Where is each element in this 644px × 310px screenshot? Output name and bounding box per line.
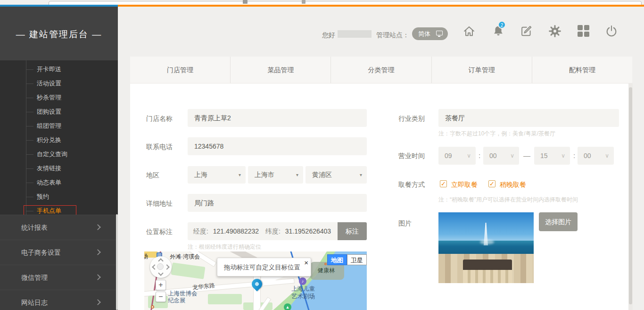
phone-label: 联系电话 <box>146 143 173 151</box>
store-name-input[interactable]: 青青原上草2 <box>188 109 367 127</box>
caret-icon: ∨ <box>510 147 514 165</box>
sidebar-item-custom-query[interactable]: 自定义查询 <box>0 147 118 161</box>
sidebar-item-seckill[interactable]: 秒杀管理 <box>0 91 118 105</box>
home-icon <box>462 25 476 38</box>
caret-down-icon: ▾ <box>296 166 298 184</box>
tab-order-mgmt[interactable]: 订单管理 <box>431 57 532 83</box>
grid-icon <box>578 25 583 30</box>
form-card: 门店名称 青青原上草2 联系电话 12345678 地区 上海 ▾ 上海市 ▾ … <box>130 84 632 310</box>
chevron-right-icon <box>95 274 101 280</box>
sidebar-item-reservation[interactable]: 预约 <box>0 190 118 204</box>
caret-icon: ∨ <box>467 147 471 165</box>
map-compass-control[interactable] <box>150 256 172 278</box>
choose-image-button[interactable]: 选择图片 <box>539 212 578 231</box>
open-minute-select[interactable]: 00∨ <box>483 147 519 165</box>
hours-label: 营业时间 <box>398 152 425 160</box>
map-info-bubble: 拖动标注可自定义目标位置 × <box>217 258 311 276</box>
map-label-clipped: 场 <box>144 252 148 260</box>
content-scrollbar-track[interactable] <box>628 84 633 310</box>
apps-grid-button[interactable] <box>578 25 591 38</box>
caret-down-icon: ▾ <box>360 166 362 184</box>
sidebar-header: — 建站管理后台 — <box>0 7 118 60</box>
close-icon[interactable]: × <box>304 259 308 267</box>
app-title: — 建站管理后台 — <box>0 28 118 41</box>
top-accent-bar-blue <box>0 5 118 7</box>
chevron-right-icon <box>95 299 101 305</box>
sidebar-section-wechat[interactable]: 微信管理 <box>0 265 118 290</box>
tab-store-mgmt[interactable]: 门店管理 <box>130 57 230 83</box>
sidebar-section-sitelog[interactable]: 网站日志 <box>0 290 118 310</box>
sidebar-item-points[interactable]: 积分兑换 <box>0 133 118 147</box>
browser-address-bar[interactable] <box>49 1 642 5</box>
pickup-later-option[interactable]: 稍晚取餐 <box>500 181 526 189</box>
manage-site-label: 管理站点： <box>376 31 409 40</box>
tab-bar: 门店管理 菜品管理 分类管理 订单管理 配料管理 <box>130 57 632 84</box>
tab-category-mgmt[interactable]: 分类管理 <box>330 57 431 83</box>
language-pill-button[interactable]: 简体 <box>412 27 448 40</box>
tab-ingredient-mgmt[interactable]: 配料管理 <box>532 57 632 83</box>
pan-up-arrow[interactable] <box>158 258 163 263</box>
district-select[interactable]: 黄浦区 ▾ <box>305 166 367 184</box>
chevron-right-icon <box>95 224 101 230</box>
sidebar-item-activity[interactable]: 活动设置 <box>0 76 118 91</box>
industry-note: 注：字数不超过10个字，例：美食/粤菜/茶餐厅 <box>438 130 555 138</box>
caret-icon: ∨ <box>561 147 565 165</box>
location-note: 注：根据经纬度进行精确定位 <box>188 243 261 251</box>
map-area-green <box>171 262 206 279</box>
city-select[interactable]: 上海市 ▾ <box>248 166 303 184</box>
pickup-now-checkbox[interactable]: ✓ <box>440 180 447 187</box>
caret-icon: ∨ <box>605 147 609 165</box>
sidebar-item-groupmgmt[interactable]: 组团管理 <box>0 119 118 133</box>
phone-input[interactable]: 12345678 <box>188 137 367 155</box>
sidebar-section-ecommerce[interactable]: 电子商务设置 <box>0 240 118 265</box>
park-poi-icon: ▲ <box>284 303 291 310</box>
home-button[interactable] <box>462 25 476 38</box>
location-label: 位置标注 <box>146 228 173 236</box>
store-photo <box>438 212 534 283</box>
close-hour-select[interactable]: 15∨ <box>534 147 570 165</box>
map-area-green <box>208 294 242 304</box>
map-label-bund: 外滩·湾璞会 <box>170 253 200 261</box>
industry-label: 行业类别 <box>398 115 425 123</box>
logout-button[interactable] <box>605 25 618 38</box>
map-canvas[interactable]: 场 田 外滩·湾璞会 龙华东路 ▣ 上海世博会 纪念展 ▲ ♪ 上海儿童 艺术剧… <box>144 251 367 310</box>
edit-button[interactable] <box>520 25 533 38</box>
monitor-icon <box>436 31 443 35</box>
settings-button[interactable] <box>548 25 561 38</box>
coordinates-field[interactable]: 经度: 121.490882232 纬度: 31.1952626403 <box>188 222 338 240</box>
map-label-expo2: 纪念展 <box>168 297 186 304</box>
open-hour-select[interactable]: 09∨ <box>438 147 476 165</box>
sidebar-item-dynamic-form[interactable]: 动态表单 <box>0 176 118 190</box>
greeting-text: 您好 <box>322 31 335 40</box>
pickup-note: 注：“稍晚取餐”用户可以选择在营业时间内选择取餐时间 <box>438 196 578 204</box>
sidebar-item-links[interactable]: 友情链接 <box>0 161 118 176</box>
sidebar-item-groupbuy[interactable]: 团购设置 <box>0 105 118 119</box>
pickup-now-option[interactable]: 立即取餐 <box>451 181 478 189</box>
close-minute-select[interactable]: 00∨ <box>578 147 614 165</box>
province-select[interactable]: 上海 ▾ <box>188 166 246 184</box>
address-input[interactable]: 局门路 <box>188 194 367 212</box>
map-zoom-out-button[interactable]: − <box>156 292 166 302</box>
browser-top-strip <box>0 0 644 5</box>
map-type-map-button[interactable]: 地图 <box>327 254 347 265</box>
sidebar-scrollbar[interactable] <box>116 214 118 310</box>
pan-right-arrow[interactable] <box>164 264 169 269</box>
pan-down-arrow[interactable] <box>158 270 163 276</box>
power-icon <box>605 25 618 38</box>
pickup-later-checkbox[interactable]: ✓ <box>488 180 495 187</box>
mark-location-button[interactable]: 标注 <box>338 222 367 240</box>
sidebar-item-card-gift[interactable]: 开卡即送 <box>0 62 118 76</box>
gear-icon <box>548 25 561 38</box>
map-zoom-in-button[interactable]: + <box>156 280 166 290</box>
sidebar-section-statistics[interactable]: 统计报表 <box>0 215 118 240</box>
content-scrollbar-thumb[interactable] <box>629 87 632 304</box>
latitude-value: 31.1952626403 <box>285 227 331 235</box>
tab-dish-mgmt[interactable]: 菜品管理 <box>230 57 330 83</box>
industry-input[interactable]: 茶餐厅 <box>438 109 619 127</box>
pickup-label: 取餐方式 <box>398 181 425 189</box>
pan-left-arrow[interactable] <box>152 264 157 269</box>
map-type-satellite-button[interactable]: 卫星 <box>347 254 367 265</box>
store-name-label: 门店名称 <box>146 115 173 123</box>
compass-center[interactable] <box>157 263 164 270</box>
region-label: 地区 <box>146 171 159 180</box>
